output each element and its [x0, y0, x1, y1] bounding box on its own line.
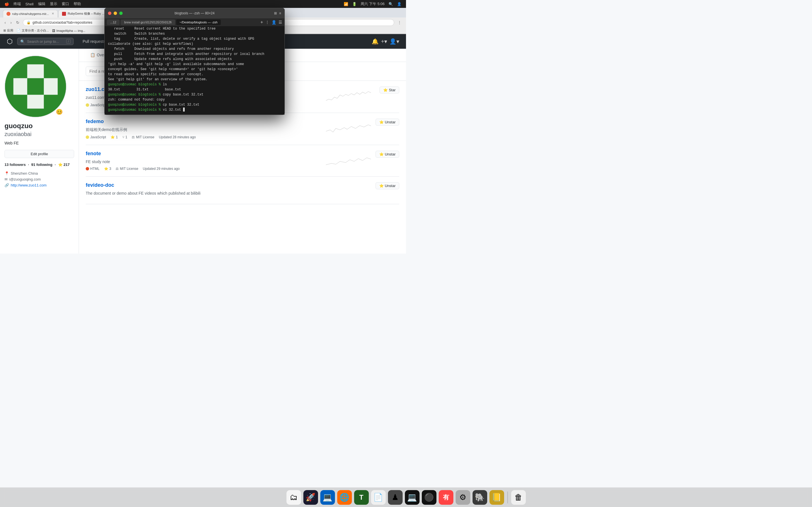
- repo-stars-fenote: ⭐ 3: [104, 167, 111, 171]
- location-text: Shenzhen China: [11, 171, 38, 175]
- lock-icon: 🔒: [27, 20, 31, 24]
- user-icon[interactable]: 👤: [397, 2, 402, 6]
- terminal-line: switch Switch branches: [108, 31, 281, 36]
- user-avatar-header[interactable]: 👤▾: [389, 38, 399, 45]
- repo-item: fevideo-doc ⭐ Unstar The document or dem…: [86, 177, 399, 204]
- notifications-icon[interactable]: 🔔: [371, 38, 378, 45]
- search-icon[interactable]: 🔍: [389, 2, 393, 6]
- terminal-title: blogtools — -zsh — 80×24: [174, 11, 214, 15]
- tab-close-1[interactable]: ✕: [52, 12, 54, 15]
- star-count-icon3: ⭐: [104, 167, 108, 171]
- bookmark-imagealpha[interactable]: 🖼 ImageAlpha — img...: [52, 29, 86, 33]
- terminal-line: tag Create, list, delete or verify a tag…: [108, 36, 281, 41]
- terminal-tab-3[interactable]: ~/Desktop/blogtools — -zsh: [176, 19, 221, 25]
- terminal-menu-icon[interactable]: ☰: [278, 20, 282, 24]
- terminal-titlebar: blogtools — -zsh — 80×24 ⊞ ≡: [105, 8, 285, 18]
- macos-menu-left: 🍎 终端 Shell 编辑 显示 窗口 帮助: [4, 1, 81, 6]
- avatar-svg: [5, 55, 66, 117]
- new-repo-button[interactable]: +▾: [381, 38, 387, 45]
- stars-count-value: 217: [63, 163, 70, 167]
- repo-item-header: fevideo-doc ⭐ Unstar: [86, 182, 399, 189]
- terminal-close-button[interactable]: [108, 11, 111, 15]
- license-icon3: ⚖: [116, 167, 119, 171]
- bookmark-apps[interactable]: ⊞ 应用: [3, 29, 13, 33]
- followers-label: followers: [10, 163, 26, 167]
- terminal-line: zsh: command not found: copy: [108, 97, 281, 102]
- star-button-fenote[interactable]: ⭐ Unstar: [375, 151, 399, 158]
- github-handle: zuoxiaobai: [4, 131, 74, 137]
- clock: 周六 下午 5:06: [361, 1, 385, 6]
- browser-tab-1[interactable]: ruby-china/rubygems-mir... ✕: [3, 10, 58, 17]
- following-count-value: 91: [31, 163, 35, 167]
- star-icon: ⭐: [379, 120, 384, 124]
- star-button-fevideo[interactable]: ⭐ Unstar: [375, 182, 399, 189]
- macos-menu-right: 📶 🔋 周六 下午 5:06 🔍 👤: [344, 1, 402, 6]
- repo-lang-fedemo: JavaScript: [86, 135, 106, 139]
- battery-icon: 🔋: [352, 2, 357, 6]
- menu-terminal[interactable]: 终端: [13, 1, 21, 6]
- menu-help[interactable]: 帮助: [73, 1, 81, 6]
- terminal-tab-options-icon[interactable]: ⋮: [265, 20, 269, 24]
- repo-updated-fedemo: Updated 28 minutes ago: [159, 135, 196, 139]
- forward-button[interactable]: ›: [9, 20, 13, 25]
- menu-edit[interactable]: 编辑: [38, 1, 45, 6]
- back-button[interactable]: ‹: [3, 20, 7, 25]
- lang-dot-js: [86, 103, 89, 107]
- avatar-container: 😊: [4, 55, 74, 117]
- sparkline-fenote: [326, 154, 371, 168]
- terminal-body[interactable]: grow, mark and tweak your common history…: [105, 26, 285, 115]
- terminal-line: 30.txt 31.txt base.txt: [108, 87, 281, 92]
- link-icon: 🔗: [4, 183, 9, 187]
- repo-license-fenote: ⚖ MIT License: [116, 167, 138, 171]
- terminal-line: to read about a specific subcommand or c…: [108, 72, 281, 77]
- repo-name-fevideo[interactable]: fevideo-doc: [86, 182, 114, 188]
- website-item[interactable]: 🔗 http://www.zuo11.com: [4, 183, 74, 187]
- macos-menubar: 🍎 终端 Shell 编辑 显示 窗口 帮助 📶 🔋 周六 下午 5:06 🔍 …: [0, 0, 406, 8]
- bookmark-articles[interactable]: 📄 文章分类 - 左小白...: [17, 29, 49, 33]
- fork-icon: ⑂: [122, 135, 124, 139]
- github-header-right: 🔔 +▾ 👤▾: [371, 38, 399, 45]
- repo-item: fenote ⭐ Unstar FE study note HTML: [86, 145, 399, 177]
- user-meta: 📍 Shenzhen China ✉ i@zuoguoqing.com 🔗 ht…: [4, 171, 74, 187]
- terminal-tab-2[interactable]: brew install gcc\012\012EOS\012fi: [121, 19, 175, 25]
- terminal-window: blogtools — -zsh — 80×24 ⊞ ≡ ...12 brew …: [104, 8, 285, 115]
- terminal-minimize-button[interactable]: [114, 11, 117, 15]
- repo-lang-fenote: HTML: [86, 167, 100, 171]
- terminal-split-icon[interactable]: ⊞: [274, 11, 277, 15]
- nav-pull-requests[interactable]: Pull requests: [83, 39, 105, 44]
- extensions-button[interactable]: ⋮: [396, 20, 403, 25]
- terminal-settings-icon[interactable]: ≡: [279, 11, 281, 15]
- following-count: 91 following: [31, 163, 52, 167]
- refresh-button[interactable]: ↻: [15, 20, 20, 25]
- terminal-user-icon[interactable]: 👤: [271, 20, 276, 24]
- edit-profile-button[interactable]: Edit profile: [4, 150, 74, 158]
- menu-view[interactable]: 显示: [50, 1, 57, 6]
- sparkline-fedemo: [326, 121, 371, 135]
- terminal-line: 'git help -a' and 'git help -g' list ava…: [108, 62, 281, 67]
- location-item: 📍 Shenzhen China: [4, 171, 74, 175]
- star-button-fedemo[interactable]: ⭐ Unstar: [375, 119, 399, 126]
- github-search[interactable]: 🔍 Search or jump to... /: [17, 38, 73, 45]
- terminal-line: See 'git help git' for an overview of th…: [108, 77, 281, 82]
- star-icon: ⭐: [379, 152, 384, 156]
- repo-desc-fevideo: The document or demo about FE videos whi…: [86, 191, 399, 195]
- website-text: http://www.zuo11.com: [11, 183, 47, 187]
- repo-name-fedemo[interactable]: fedemo: [86, 119, 104, 124]
- menu-window[interactable]: 窗口: [62, 1, 69, 6]
- tab-label-1: ruby-china/rubygems-mir...: [12, 12, 49, 15]
- terminal-line: fetch Download objects and refs from ano…: [108, 47, 281, 52]
- terminal-new-tab-button[interactable]: +: [260, 20, 263, 25]
- terminal-maximize-button[interactable]: [119, 11, 123, 15]
- user-bio: Web FE: [4, 141, 74, 145]
- menu-shell[interactable]: Shell: [26, 2, 34, 6]
- repo-license-fedemo: ⚖ MIT License: [132, 135, 154, 139]
- terminal-tab-1[interactable]: ...12: [107, 19, 119, 25]
- apple-menu[interactable]: 🍎: [4, 2, 9, 6]
- emoji-picker-icon[interactable]: 😊: [56, 108, 63, 115]
- repo-name-fenote[interactable]: fenote: [86, 151, 101, 157]
- sparkline-zuo11: [326, 89, 371, 103]
- terminal-line: concept guides. See 'git help <command>'…: [108, 67, 281, 72]
- github-logo[interactable]: ⬡: [7, 38, 13, 45]
- star-button-zuo11[interactable]: ⭐ Star: [379, 87, 399, 94]
- lang-dot-js2: [86, 135, 89, 139]
